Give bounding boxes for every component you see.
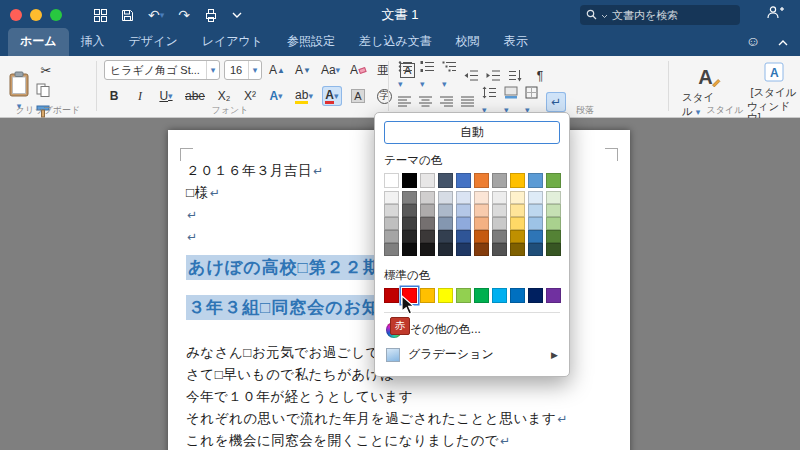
doc-line[interactable]: それぞれの思いで流れた年月を過ごされたことと思います↵ xyxy=(186,408,630,430)
color-swatch[interactable] xyxy=(438,191,453,204)
align-right-button[interactable] xyxy=(440,95,454,108)
color-swatch[interactable] xyxy=(546,230,561,243)
color-swatch[interactable] xyxy=(402,217,417,230)
italic-button[interactable]: I xyxy=(130,86,150,106)
color-swatch[interactable] xyxy=(474,204,489,217)
color-swatch[interactable] xyxy=(384,288,399,303)
color-swatch[interactable] xyxy=(474,217,489,230)
color-swatch[interactable] xyxy=(546,288,561,303)
increase-indent-button[interactable] xyxy=(486,69,501,82)
color-swatch[interactable] xyxy=(438,243,453,256)
color-swatch[interactable] xyxy=(528,191,543,204)
color-swatch[interactable] xyxy=(474,173,489,188)
doc-line[interactable]: これを機会に同窓会を開くことになりましたので↵ xyxy=(186,430,630,450)
tab-view[interactable]: 表示 xyxy=(492,28,540,56)
tab-home[interactable]: ホーム xyxy=(8,28,69,56)
color-swatch[interactable] xyxy=(528,204,543,217)
font-size-combo[interactable]: 16 xyxy=(224,60,262,80)
color-swatch[interactable] xyxy=(402,230,417,243)
color-swatch[interactable] xyxy=(492,288,507,303)
color-swatch[interactable] xyxy=(438,217,453,230)
color-swatch[interactable] xyxy=(546,191,561,204)
color-swatch[interactable] xyxy=(384,173,399,188)
font-name-combo[interactable]: ヒラギノ角ゴ St... xyxy=(104,60,220,80)
color-swatch[interactable] xyxy=(438,204,453,217)
color-swatch[interactable] xyxy=(384,230,399,243)
collapse-ribbon-chevron-icon[interactable] xyxy=(778,32,788,50)
search-input[interactable]: 文書内を検索 xyxy=(580,5,740,25)
subscript-button[interactable]: X₂ xyxy=(214,86,234,106)
print-icon[interactable] xyxy=(204,9,218,22)
color-swatch[interactable] xyxy=(510,204,525,217)
color-swatch[interactable] xyxy=(456,173,471,188)
underline-button[interactable]: U xyxy=(156,86,176,106)
color-swatch[interactable] xyxy=(510,230,525,243)
color-swatch[interactable] xyxy=(546,204,561,217)
share-person-icon[interactable] xyxy=(766,5,784,19)
zoom-button[interactable] xyxy=(50,9,62,21)
color-swatch[interactable] xyxy=(510,217,525,230)
align-center-button[interactable] xyxy=(419,95,433,108)
decrease-indent-button[interactable] xyxy=(464,69,479,82)
color-swatch[interactable] xyxy=(510,243,525,256)
tab-mailings[interactable]: 差し込み文書 xyxy=(347,28,444,56)
color-swatch[interactable] xyxy=(456,288,471,303)
save-icon[interactable] xyxy=(121,9,134,22)
color-swatch[interactable] xyxy=(420,230,435,243)
color-swatch[interactable] xyxy=(528,217,543,230)
undo-icon[interactable]: ↶ xyxy=(148,8,164,22)
tab-insert[interactable]: 挿入 xyxy=(69,28,117,56)
color-swatch[interactable] xyxy=(384,204,399,217)
color-swatch[interactable] xyxy=(474,230,489,243)
paragraph-mark-button[interactable]: ¶ xyxy=(530,66,550,86)
color-swatch[interactable] xyxy=(528,243,543,256)
color-swatch[interactable] xyxy=(528,230,543,243)
color-swatch[interactable] xyxy=(492,243,507,256)
color-swatch[interactable] xyxy=(456,204,471,217)
color-swatch[interactable] xyxy=(456,230,471,243)
tab-layout[interactable]: レイアウト xyxy=(190,28,275,56)
feedback-smiley-icon[interactable]: ☺ xyxy=(746,33,760,49)
color-swatch[interactable] xyxy=(456,243,471,256)
automatic-color-button[interactable]: 自動 xyxy=(384,121,560,144)
color-swatch[interactable] xyxy=(492,230,507,243)
redo-icon[interactable]: ↷ xyxy=(178,8,190,22)
strikethrough-button[interactable]: abe xyxy=(182,86,208,106)
color-swatch[interactable] xyxy=(510,173,525,188)
color-swatch[interactable] xyxy=(402,243,417,256)
color-swatch[interactable] xyxy=(420,204,435,217)
color-swatch[interactable] xyxy=(384,191,399,204)
color-swatch[interactable] xyxy=(546,217,561,230)
color-swatch[interactable] xyxy=(546,243,561,256)
color-swatch[interactable] xyxy=(402,204,417,217)
color-swatch[interactable] xyxy=(492,191,507,204)
justify-button[interactable] xyxy=(461,95,475,108)
color-swatch[interactable] xyxy=(420,243,435,256)
sort-button[interactable] xyxy=(508,69,523,82)
ribbon-grid-icon[interactable] xyxy=(94,9,107,22)
color-swatch[interactable] xyxy=(438,173,453,188)
clear-formatting-button[interactable]: A xyxy=(347,60,369,80)
tab-review[interactable]: 校閲 xyxy=(444,28,492,56)
color-swatch[interactable] xyxy=(510,288,525,303)
text-effects-button[interactable]: A xyxy=(266,86,286,106)
color-swatch[interactable] xyxy=(492,173,507,188)
copy-icon[interactable] xyxy=(36,83,56,101)
cut-icon[interactable]: ✂ xyxy=(36,60,56,80)
color-swatch[interactable] xyxy=(402,173,417,188)
color-swatch[interactable] xyxy=(438,288,453,303)
color-swatch[interactable] xyxy=(420,173,435,188)
color-swatch[interactable] xyxy=(510,191,525,204)
color-swatch[interactable] xyxy=(474,243,489,256)
change-case-button[interactable]: Aa xyxy=(318,60,343,80)
superscript-button[interactable]: X² xyxy=(240,86,260,106)
grow-font-button[interactable]: A▲ xyxy=(266,60,288,80)
color-swatch[interactable] xyxy=(402,191,417,204)
enclose-characters-button[interactable]: 字 xyxy=(374,86,395,106)
tab-design[interactable]: デザイン xyxy=(117,28,190,56)
color-swatch[interactable] xyxy=(420,288,435,303)
doc-line[interactable]: 今年で１０年が経とうとしています xyxy=(186,386,630,408)
color-swatch[interactable] xyxy=(420,191,435,204)
color-swatch[interactable] xyxy=(474,288,489,303)
color-swatch[interactable] xyxy=(546,173,561,188)
